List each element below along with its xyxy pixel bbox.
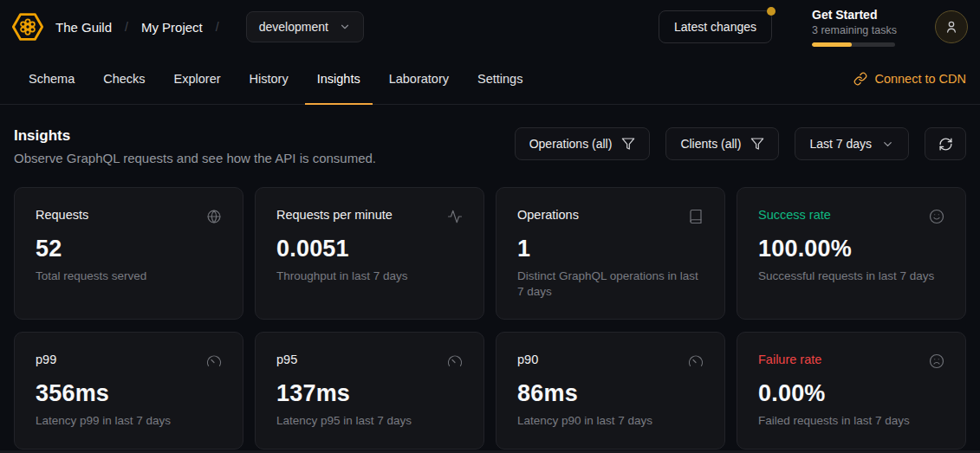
stat-card-title: Operations <box>517 208 579 222</box>
stat-card-requests: Requests 52 Total requests served <box>14 187 243 320</box>
user-avatar[interactable] <box>935 10 968 43</box>
stat-card-p99: p99 356ms Latency p99 in last 7 days <box>14 332 243 450</box>
get-started-title: Get Started <box>812 8 895 22</box>
gauge-icon <box>206 353 222 369</box>
stat-card-value: 356ms <box>36 380 222 407</box>
get-started-widget[interactable]: Get Started 3 remaining tasks <box>812 8 895 47</box>
filter-funnel-icon <box>621 137 635 151</box>
stat-card-title: Success rate <box>758 208 831 222</box>
main-nav: SchemaChecksExplorerHistoryInsightsLabor… <box>0 54 980 105</box>
refresh-icon <box>938 137 953 152</box>
target-selector[interactable]: development <box>246 11 364 42</box>
tab-label: Checks <box>103 72 145 86</box>
breadcrumb-org[interactable]: The Guild <box>55 20 112 35</box>
tab-label: Settings <box>477 72 522 86</box>
stat-card-operations: Operations 1 Distinct GraphQL operations… <box>496 187 725 320</box>
tab-label: Laboratory <box>389 72 449 86</box>
breadcrumb-project[interactable]: My Project <box>141 20 203 35</box>
stat-card-p95: p95 137ms Latency p95 in last 7 days <box>255 332 484 450</box>
connect-to-cdn-link[interactable]: Connect to CDN <box>853 72 966 86</box>
operations-filter-label: Operations (all) <box>529 137 613 151</box>
stat-card-value: 52 <box>36 236 222 262</box>
period-select-label: Last 7 days <box>809 137 872 151</box>
stat-card-description: Total requests served <box>36 269 222 284</box>
clients-filter-label: Clients (all) <box>680 137 741 151</box>
stat-card-description: Successful requests in last 7 days <box>758 269 944 284</box>
page-subtitle: Observe GraphQL requests and see how the… <box>14 151 376 165</box>
stat-card-value: 137ms <box>276 380 463 407</box>
clients-filter-button[interactable]: Clients (all) <box>665 127 779 160</box>
stat-card-title: Requests per minute <box>276 208 393 222</box>
notification-dot <box>767 7 776 16</box>
activity-icon <box>447 209 463 224</box>
book-icon <box>688 209 704 224</box>
filter-toolbar: Operations (all) Clients (all) Last 7 da… <box>515 127 966 160</box>
operations-filter-button[interactable]: Operations (all) <box>515 127 651 160</box>
stat-card-description: Latency p90 in last 7 days <box>517 413 704 429</box>
tab-schema[interactable]: Schema <box>16 54 87 104</box>
stat-card-requests-per-minute: Requests per minute 0.0051 Throughput in… <box>255 187 484 320</box>
stat-card-value: 0.0051 <box>276 236 463 262</box>
globe-icon <box>206 209 222 224</box>
target-selector-value: development <box>259 20 328 34</box>
tab-insights[interactable]: Insights <box>305 54 373 104</box>
gauge-icon <box>688 353 704 369</box>
stat-card-failure-rate: Failure rate 0.00% Failed requests in la… <box>737 332 966 450</box>
smile-icon <box>929 209 944 224</box>
link-icon <box>853 72 867 86</box>
stat-card-title: p90 <box>517 353 538 366</box>
latest-changes-button[interactable]: Latest changes <box>659 10 772 43</box>
stat-card-value: 1 <box>517 236 704 262</box>
chevron-down-icon <box>881 138 894 151</box>
page-title: Insights <box>14 127 376 145</box>
stat-card-success-rate: Success rate 100.00% Successful requests… <box>737 187 966 320</box>
stat-card-description: Distinct GraphQL operations in last 7 da… <box>517 269 704 299</box>
tab-checks[interactable]: Checks <box>91 54 157 104</box>
stat-card-title: Requests <box>36 208 88 222</box>
get-started-subtitle: 3 remaining tasks <box>812 24 895 36</box>
tab-explorer[interactable]: Explorer <box>162 54 233 104</box>
tab-laboratory[interactable]: Laboratory <box>377 54 461 104</box>
user-icon <box>944 19 959 35</box>
breadcrumb-separator: / <box>125 20 128 34</box>
get-started-progressbar <box>812 42 895 47</box>
period-select-button[interactable]: Last 7 days <box>795 127 909 160</box>
tab-label: Schema <box>29 72 75 86</box>
stat-card-value: 100.00% <box>758 236 944 262</box>
chevron-down-icon <box>339 21 351 33</box>
stat-card-title: p99 <box>36 353 56 366</box>
nav-tabs: SchemaChecksExplorerHistoryInsightsLabor… <box>16 54 535 104</box>
filter-funnel-icon <box>750 137 764 151</box>
insights-page: Insights Observe GraphQL requests and se… <box>0 127 980 450</box>
app-header: The Guild / My Project / development Lat… <box>0 0 980 54</box>
tab-label: History <box>250 72 289 86</box>
stat-card-description: Throughput in last 7 days <box>276 269 463 284</box>
refresh-button[interactable] <box>925 127 966 160</box>
tab-history[interactable]: History <box>237 54 301 104</box>
stat-card-description: Failed requests in last 7 days <box>758 413 944 429</box>
frown-icon <box>929 353 944 369</box>
stat-card-value: 86ms <box>517 380 704 407</box>
gauge-icon <box>447 353 463 369</box>
stat-card-description: Latency p95 in last 7 days <box>276 413 463 429</box>
get-started-progress-fill <box>812 42 852 47</box>
stat-card-description: Latency p99 in last 7 days <box>36 413 222 429</box>
hive-logo-icon[interactable] <box>10 10 45 44</box>
stat-card-title: Failure rate <box>758 353 821 366</box>
stat-card-p90: p90 86ms Latency p90 in last 7 days <box>496 332 725 450</box>
breadcrumb-separator: / <box>216 20 219 34</box>
connect-to-cdn-label: Connect to CDN <box>874 72 966 86</box>
latest-changes-label: Latest changes <box>674 20 756 34</box>
stats-grid: Requests 52 Total requests served Reques… <box>14 187 966 450</box>
tab-label: Explorer <box>174 72 221 86</box>
stat-card-value: 0.00% <box>758 380 944 407</box>
tab-label: Insights <box>317 72 360 86</box>
stat-card-title: p95 <box>276 353 297 366</box>
breadcrumb: The Guild / My Project / development <box>55 11 364 42</box>
tab-settings[interactable]: Settings <box>465 54 535 104</box>
